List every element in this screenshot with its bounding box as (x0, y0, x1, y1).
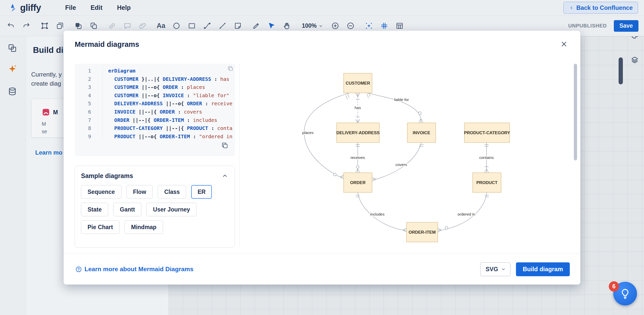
mermaid-code-editor[interactable]: 123456789 erDiagram CUSTOMER }|..|{ DELI… (75, 64, 235, 156)
code-line: erDiagram (108, 67, 235, 75)
preview-scrollbar-thumb[interactable] (574, 64, 577, 160)
code-area: 123456789 erDiagram CUSTOMER }|..|{ DELI… (75, 67, 235, 141)
mermaid-dialog: Mermaid diagrams 123456789 erDiagram CUS… (64, 31, 580, 285)
dialog-title: Mermaid diagrams (75, 40, 139, 49)
sample-class-button[interactable]: Class (158, 185, 186, 199)
sample-flow-button[interactable]: Flow (127, 185, 153, 199)
svg-text:DELIVERY-ADDRESS: DELIVERY-ADDRESS (336, 130, 380, 135)
sample-sequence-button[interactable]: Sequence (81, 185, 122, 199)
entity-delivery-address: DELIVERY-ADDRESS (336, 123, 380, 143)
relationship-invoice-covers-order (372, 143, 424, 181)
diagram-preview: CUSTOMERDELIVERY-ADDRESSINVOICEPRODUCT-C… (240, 64, 577, 248)
code-line: PRODUCT-CATEGORY ||--|{ PRODUCT : conta (108, 124, 235, 132)
bulb-icon (619, 287, 632, 300)
collapse-samples-button[interactable] (221, 172, 229, 180)
line-number: 8 (75, 124, 91, 132)
app: gliffy File Edit Help Back to Confluence… (0, 0, 644, 315)
svg-text:ORDER-ITEM: ORDER-ITEM (409, 230, 436, 235)
close-icon (560, 40, 568, 48)
svg-text:PRODUCT: PRODUCT (476, 180, 498, 185)
question-icon (75, 266, 82, 273)
line-numbers: 123456789 (75, 67, 103, 141)
relationship-label: ordered in (458, 212, 475, 216)
entity-order-item: ORDER-ITEM (407, 222, 438, 242)
entity-order: ORDER (344, 173, 372, 192)
copy-icon (221, 142, 228, 149)
line-number: 5 (75, 99, 91, 108)
line-number: 1 (75, 67, 91, 75)
code-line: INVOICE ||--|{ ORDER : covers (108, 108, 235, 116)
line-number: 3 (75, 83, 91, 91)
entity-customer: CUSTOMER (344, 73, 372, 93)
relationship-label: receives (350, 155, 365, 160)
sample-gantt-button[interactable]: Gantt (113, 203, 141, 216)
relationship-label: places (302, 130, 314, 135)
format-select[interactable]: SVG (480, 262, 510, 276)
code-line: ORDER ||--|{ ORDER-ITEM : includes (108, 116, 235, 124)
sample-pie-chart-button[interactable]: Pie Chart (81, 220, 119, 234)
code-lines: erDiagram CUSTOMER }|..|{ DELIVERY-ADDRE… (103, 67, 235, 141)
svg-text:CUSTOMER: CUSTOMER (346, 81, 370, 86)
line-number: 2 (75, 75, 91, 83)
svg-text:INVOICE: INVOICE (413, 130, 430, 135)
dialog-footer: Learn more about Mermaid Diagrams SVG Bu… (64, 254, 580, 285)
copy-icon (227, 65, 233, 72)
sample-mindmap-button[interactable]: Mindmap (125, 220, 163, 234)
relationship-label: liable for (394, 97, 409, 102)
sample-buttons: SequenceFlowClassERStateGanttUser Journe… (81, 185, 229, 234)
sample-diagrams-section: Sample diagrams SequenceFlowClassERState… (75, 166, 235, 248)
notification-badge: 6 (609, 281, 619, 292)
sample-diagrams-header: Sample diagrams (81, 172, 229, 180)
code-line: CUSTOMER ||--o{ INVOICE : "liable for" (108, 91, 235, 100)
relationship-label: includes (370, 212, 385, 216)
copy-code-button-top[interactable] (227, 65, 233, 73)
entity-invoice: INVOICE (407, 123, 436, 143)
relationship-customer-liable-invoice (367, 92, 423, 123)
format-value: SVG (486, 266, 498, 273)
code-line: PRODUCT ||--o{ ORDER-ITEM : "ordered in (108, 132, 235, 141)
sample-user-journey-button[interactable]: User Journey (146, 203, 196, 216)
entity-product-category: PRODUCT-CATEGORY (464, 123, 510, 143)
svg-text:ORDER: ORDER (350, 180, 366, 185)
svg-text:PRODUCT-CATEGORY: PRODUCT-CATEGORY (464, 130, 510, 135)
er-diagram-svg: CUSTOMERDELIVERY-ADDRESSINVOICEPRODUCT-C… (240, 64, 577, 248)
line-number: 9 (75, 132, 91, 141)
build-diagram-button[interactable]: Build diagram (516, 262, 570, 276)
chevron-up-icon (221, 172, 229, 180)
sample-er-button[interactable]: ER (191, 185, 212, 199)
relationship-label: has (355, 106, 361, 110)
code-line: DELIVERY-ADDRESS ||--o{ ORDER : receive (108, 99, 235, 108)
build-diagram-label: Build diagram (523, 266, 563, 273)
learn-more-mermaid-link[interactable]: Learn more about Mermaid Diagrams (75, 266, 193, 273)
entity-product: PRODUCT (473, 173, 501, 192)
relationship-label: covers (395, 162, 407, 167)
line-number: 4 (75, 91, 91, 100)
line-number: 7 (75, 116, 91, 124)
code-line: CUSTOMER }|..|{ DELIVERY-ADDRESS : has (108, 75, 235, 83)
copy-code-button[interactable] (221, 142, 228, 150)
code-line: CUSTOMER ||--o{ ORDER : places (108, 83, 235, 91)
line-number: 6 (75, 108, 91, 116)
close-button[interactable] (560, 40, 568, 48)
sample-state-button[interactable]: State (81, 203, 108, 216)
chevron-down-icon (501, 266, 506, 272)
learn-more-label: Learn more about Mermaid Diagrams (85, 266, 193, 273)
relationship-label: contains (479, 155, 494, 160)
sample-diagrams-title: Sample diagrams (81, 172, 133, 180)
